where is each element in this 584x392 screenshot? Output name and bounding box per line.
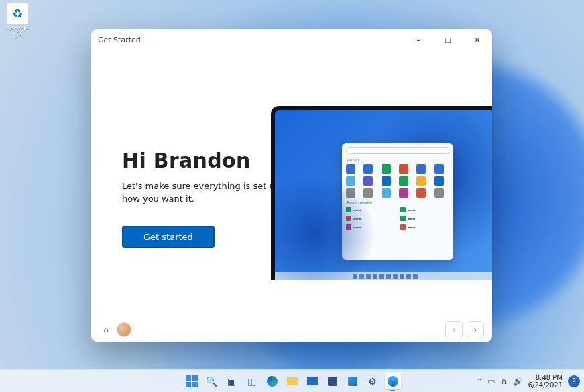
window-footer: ⌂ ‹ › (91, 318, 492, 342)
time-text: 8:48 PM (528, 374, 563, 381)
window-title: Get Started (98, 36, 141, 44)
file-explorer-button[interactable] (284, 373, 300, 389)
folder-icon (287, 377, 298, 385)
volume-icon[interactable]: 🔊 (513, 377, 523, 386)
mail-icon (307, 377, 318, 385)
store-button[interactable] (325, 373, 341, 389)
edge-icon (267, 376, 278, 387)
tray-overflow-button[interactable]: ⌃ (477, 377, 482, 385)
date-text: 6/24/2021 (528, 381, 563, 389)
illustration-start-menu: Pinned Recommended ▬▬▬ ▬▬▬ ▬▬▬ (342, 143, 453, 260)
prev-button[interactable]: ‹ (445, 321, 463, 338)
page-subheading: Let's make sure everything is set up how… (122, 180, 296, 206)
widgets-icon: ◫ (247, 376, 256, 387)
task-view-button[interactable]: ▣ (224, 373, 240, 389)
titlebar[interactable]: Get Started – □ ✕ (91, 29, 492, 50)
maximize-button[interactable]: □ (433, 29, 463, 50)
get-started-window: Get Started – □ ✕ Hi Brandon Let's make … (91, 29, 492, 342)
recycle-bin[interactable]: Recycle Bin (1, 3, 34, 39)
window-content: Hi Brandon Let's make sure everything is… (91, 50, 492, 318)
notification-count: 2 (572, 377, 576, 385)
page-heading: Hi Brandon (122, 149, 296, 172)
next-button[interactable]: › (467, 321, 484, 338)
mail-button[interactable] (304, 373, 320, 389)
system-tray: ⌃ ▭ ⋔ 🔊 8:48 PM 6/24/2021 2 (477, 370, 580, 392)
settings-button[interactable]: ⚙ (365, 373, 381, 389)
start-button[interactable] (184, 373, 200, 389)
store-icon (328, 377, 337, 386)
get-started-taskbar-button[interactable] (385, 373, 401, 389)
photos-icon (348, 377, 357, 386)
search-icon: 🔍 (206, 376, 217, 387)
battery-icon[interactable]: ▭ (487, 377, 495, 386)
wifi-icon[interactable]: ⋔ (501, 377, 508, 386)
hero-illustration: Pinned Recommended ▬▬▬ ▬▬▬ ▬▬▬ (271, 106, 492, 280)
task-view-icon: ▣ (227, 376, 236, 387)
edge-button[interactable] (264, 373, 280, 389)
minimize-button[interactable]: – (404, 29, 433, 50)
get-started-icon (388, 376, 398, 387)
notification-center-button[interactable]: 2 (568, 375, 580, 387)
user-avatar[interactable] (117, 322, 131, 337)
widgets-button[interactable]: ◫ (244, 373, 260, 389)
recycle-bin-icon (7, 3, 28, 24)
home-button[interactable]: ⌂ (99, 323, 113, 336)
desktop: Recycle Bin Get Started – □ ✕ Hi Brandon… (0, 0, 584, 392)
close-button[interactable]: ✕ (463, 29, 492, 50)
recycle-bin-label: Recycle Bin (1, 25, 34, 39)
windows-logo-icon (186, 375, 198, 387)
get-started-button[interactable]: Get started (122, 226, 215, 248)
taskbar: 🔍 ▣ ◫ ⚙ ⌃ ▭ ⋔ (0, 369, 584, 392)
gear-icon: ⚙ (368, 376, 377, 387)
clock[interactable]: 8:48 PM 6/24/2021 (528, 374, 563, 389)
photos-button[interactable] (345, 373, 361, 389)
search-button[interactable]: 🔍 (204, 373, 220, 389)
